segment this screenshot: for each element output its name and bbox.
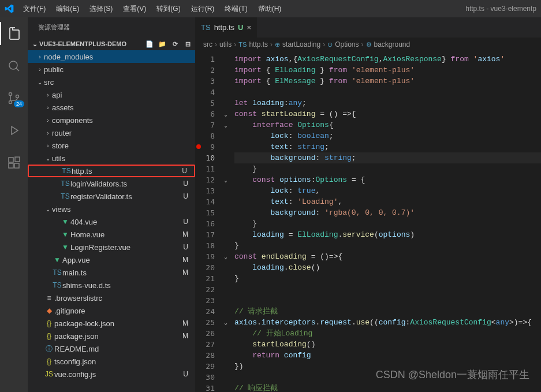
source-control-icon[interactable]: 24 bbox=[0, 87, 28, 110]
fold-toggle[interactable] bbox=[224, 141, 234, 152]
fold-toggle[interactable]: ⌄ bbox=[224, 120, 234, 130]
fold-toggle[interactable] bbox=[224, 185, 234, 196]
menu-item[interactable]: 编辑(E) bbox=[51, 2, 84, 16]
fold-toggle[interactable] bbox=[224, 229, 234, 240]
extensions-icon[interactable] bbox=[0, 151, 28, 174]
folder-row[interactable]: ›components bbox=[28, 114, 195, 126]
file-row[interactable]: TShttp.tsU bbox=[28, 165, 195, 177]
menu-item[interactable]: 终端(T) bbox=[220, 2, 252, 16]
menu-item[interactable]: 查看(V) bbox=[118, 2, 151, 16]
fold-toggle[interactable] bbox=[224, 284, 234, 295]
file-row[interactable]: ▼Home.vueM bbox=[28, 228, 195, 241]
git-file-icon: ◆ bbox=[44, 307, 54, 315]
folder-row[interactable]: ›node_modules bbox=[28, 50, 195, 63]
file-label: vue.config.js bbox=[54, 370, 96, 379]
new-file-icon[interactable]: 📄 bbox=[144, 40, 155, 48]
search-icon[interactable] bbox=[0, 54, 28, 77]
breadcrumbs[interactable]: src›utils›TShttp.ts›⊕startLoading›⊙Optio… bbox=[195, 38, 541, 51]
file-row[interactable]: JSvue.config.jsU bbox=[28, 368, 195, 380]
file-row[interactable]: {}package-lock.jsonM bbox=[28, 317, 195, 330]
fold-toggle[interactable]: ⌄ bbox=[224, 251, 234, 262]
file-row[interactable]: {}package.jsonM bbox=[28, 330, 195, 342]
file-row[interactable]: ▼LoginRegister.vueU bbox=[28, 241, 195, 253]
collapse-all-icon[interactable]: ⊟ bbox=[182, 40, 193, 48]
editor-tab[interactable]: TShttp.tsU× bbox=[195, 17, 258, 38]
file-row[interactable]: TSregisterValidator.tsU bbox=[28, 190, 195, 203]
file-row[interactable]: ◆.gitignore bbox=[28, 304, 195, 317]
file-row[interactable]: {}tsconfig.json bbox=[28, 355, 195, 368]
fold-toggle[interactable]: ⌄ bbox=[224, 109, 234, 120]
folder-row[interactable]: ⌄views bbox=[28, 203, 195, 215]
file-row[interactable]: TSloginValidators.tsU bbox=[28, 177, 195, 190]
chevron-right-icon: › bbox=[44, 104, 52, 111]
fold-toggle[interactable] bbox=[224, 87, 234, 98]
fold-gutter[interactable]: ⌄⌄⌄⌄⌄ bbox=[224, 51, 234, 392]
file-row[interactable]: ≡.browserslistrc bbox=[28, 292, 195, 304]
fold-toggle[interactable] bbox=[224, 98, 234, 109]
folder-row[interactable]: ›router bbox=[28, 126, 195, 139]
fold-toggle[interactable]: ⌄ bbox=[224, 317, 234, 328]
fold-toggle[interactable]: ⌄ bbox=[224, 174, 234, 185]
fold-toggle[interactable] bbox=[224, 361, 234, 372]
folder-label: src bbox=[44, 78, 54, 87]
new-folder-icon[interactable]: 📁 bbox=[157, 40, 167, 48]
fold-toggle[interactable] bbox=[224, 339, 234, 350]
file-label: LoginRegister.vue bbox=[70, 243, 130, 252]
file-row[interactable]: TSmain.tsM bbox=[28, 266, 195, 279]
fold-toggle[interactable] bbox=[224, 152, 234, 163]
fold-toggle[interactable] bbox=[224, 240, 234, 251]
menu-item[interactable]: 帮助(H) bbox=[253, 2, 286, 16]
run-debug-icon[interactable] bbox=[0, 119, 28, 142]
fold-toggle[interactable] bbox=[224, 273, 234, 284]
chevron-right-icon: › bbox=[361, 40, 364, 48]
svg-point-3 bbox=[16, 95, 19, 98]
file-row[interactable]: TSshims-vue.d.ts bbox=[28, 279, 195, 292]
fold-toggle[interactable] bbox=[224, 383, 234, 392]
breadcrumb-item[interactable]: utils bbox=[219, 40, 232, 48]
breadcrumb-item[interactable]: src bbox=[203, 40, 212, 48]
fold-toggle[interactable] bbox=[224, 350, 234, 361]
project-header[interactable]: ⌄ VUE3-ELEMENTPLUS-DEMO 📄 📁 ⟳ ⊟ bbox=[28, 38, 195, 50]
vscode-logo-icon bbox=[5, 4, 14, 13]
fold-toggle[interactable] bbox=[224, 65, 234, 76]
fold-toggle[interactable] bbox=[224, 207, 234, 218]
ts-file-icon: TS bbox=[52, 281, 62, 289]
fold-toggle[interactable] bbox=[224, 295, 234, 306]
breadcrumb-item[interactable]: background bbox=[374, 40, 411, 48]
line-gutter[interactable]: 1234567891011121314151617181920212223242… bbox=[195, 51, 224, 392]
fold-toggle[interactable] bbox=[224, 218, 234, 229]
fold-toggle[interactable] bbox=[224, 262, 234, 273]
fold-toggle[interactable] bbox=[224, 196, 234, 207]
file-row[interactable]: ▼App.vueM bbox=[28, 253, 195, 266]
breadcrumb-item[interactable]: http.ts bbox=[249, 40, 268, 48]
fold-toggle[interactable] bbox=[224, 306, 234, 317]
close-icon[interactable]: × bbox=[247, 23, 251, 32]
fold-toggle[interactable] bbox=[224, 76, 234, 87]
breakpoint-icon[interactable] bbox=[196, 144, 201, 149]
folder-row[interactable]: ›store bbox=[28, 139, 195, 152]
menu-item[interactable]: 运行(R) bbox=[186, 2, 219, 16]
chevron-down-icon: ⌄ bbox=[30, 40, 39, 48]
code-content[interactable]: import axios,{AxiosRequestConfig,AxiosRe… bbox=[234, 51, 541, 392]
folder-row[interactable]: ›api bbox=[28, 88, 195, 101]
menu-item[interactable]: 选择(S) bbox=[85, 2, 117, 16]
breadcrumb-item[interactable]: startLoading bbox=[282, 40, 320, 48]
fold-toggle[interactable] bbox=[224, 54, 234, 65]
menu-item[interactable]: 文件(F) bbox=[18, 2, 50, 16]
fold-toggle[interactable] bbox=[224, 163, 234, 174]
menu-item[interactable]: 转到(G) bbox=[152, 2, 185, 16]
folder-row[interactable]: ›public bbox=[28, 63, 195, 76]
folder-row[interactable]: ›assets bbox=[28, 101, 195, 114]
fold-toggle[interactable] bbox=[224, 130, 234, 141]
fold-toggle[interactable] bbox=[224, 328, 234, 339]
file-row[interactable]: ▼404.vueU bbox=[28, 215, 195, 228]
refresh-icon[interactable]: ⟳ bbox=[170, 40, 180, 48]
explorer-icon[interactable] bbox=[0, 22, 28, 45]
folder-row[interactable]: ⌄src bbox=[28, 76, 195, 88]
folder-row[interactable]: ⌄utils bbox=[28, 152, 195, 165]
breadcrumb-item[interactable]: Options bbox=[335, 40, 359, 48]
file-label: Home.vue bbox=[70, 230, 105, 239]
breadcrumb-icon: ⊙ bbox=[327, 41, 333, 48]
file-row[interactable]: ⓘREADME.md bbox=[28, 342, 195, 355]
fold-toggle[interactable] bbox=[224, 372, 234, 383]
